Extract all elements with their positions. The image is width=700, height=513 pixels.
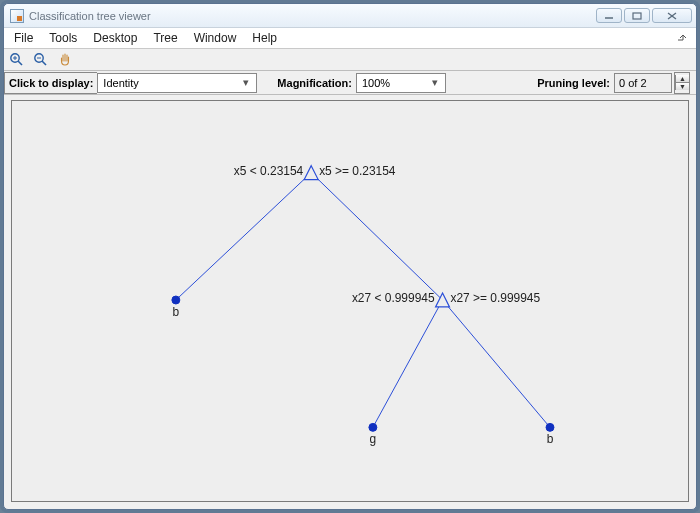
magnification-select[interactable]: 100% ▾ (356, 73, 446, 93)
menubar: File Tools Desktop Tree Window Help (4, 28, 696, 49)
split-condition-right: x27 >= 0.999945 (450, 291, 540, 305)
maximize-button[interactable] (624, 8, 650, 23)
tree-edge (311, 173, 442, 300)
dock-arrow-icon[interactable] (678, 33, 688, 43)
controlbar: Click to display: Identity ▾ Magnificati… (4, 71, 696, 95)
pruning-spinner[interactable]: ▲ ▼ (675, 75, 689, 90)
tree-edge (176, 173, 311, 300)
zoom-out-button[interactable] (32, 51, 50, 69)
tree-edge (373, 300, 443, 427)
menu-tree[interactable]: Tree (145, 29, 185, 47)
display-value: Identity (103, 77, 138, 89)
close-button[interactable] (652, 8, 692, 23)
tree-edge (443, 300, 550, 427)
menu-tools[interactable]: Tools (41, 29, 85, 47)
menu-window[interactable]: Window (186, 29, 245, 47)
pruning-value: 0 of 2 (615, 77, 671, 89)
svg-line-9 (42, 61, 46, 65)
spinner-down-icon[interactable]: ▼ (676, 82, 689, 90)
split-condition-left: x5 < 0.23154 (234, 164, 304, 178)
pruning-label: Pruning level: (533, 77, 614, 89)
minimize-button[interactable] (596, 8, 622, 23)
matlab-icon (10, 9, 24, 23)
magnification-value: 100% (362, 77, 390, 89)
split-condition-left: x27 < 0.999945 (352, 291, 435, 305)
zoom-in-button[interactable] (8, 51, 26, 69)
chevron-down-icon: ▾ (428, 76, 442, 90)
leaf-node[interactable] (369, 423, 377, 431)
tree-plot: x5 < 0.23154x5 >= 0.23154bx27 < 0.999945… (12, 101, 688, 501)
tree-canvas[interactable]: x5 < 0.23154x5 >= 0.23154bx27 < 0.999945… (11, 100, 689, 502)
display-select[interactable]: Identity ▾ (97, 73, 257, 93)
leaf-node[interactable] (546, 423, 554, 431)
leaf-label: b (547, 432, 554, 446)
menu-desktop[interactable]: Desktop (85, 29, 145, 47)
chevron-down-icon: ▾ (239, 76, 253, 90)
split-node[interactable] (304, 166, 318, 180)
svg-rect-1 (633, 13, 641, 19)
app-window: Classification tree viewer File Tools De… (3, 3, 697, 510)
svg-line-5 (18, 61, 22, 65)
split-condition-right: x5 >= 0.23154 (319, 164, 396, 178)
titlebar[interactable]: Classification tree viewer (4, 4, 696, 28)
display-label: Click to display: (5, 77, 97, 89)
window-title: Classification tree viewer (29, 10, 594, 22)
menu-help[interactable]: Help (244, 29, 285, 47)
toolbar (4, 49, 696, 71)
magnification-label: Magnification: (273, 77, 356, 89)
leaf-label: b (173, 305, 180, 319)
menu-file[interactable]: File (6, 29, 41, 47)
pan-button[interactable] (56, 51, 74, 69)
leaf-node[interactable] (172, 296, 180, 304)
leaf-label: g (370, 432, 377, 446)
spinner-up-icon[interactable]: ▲ (676, 75, 689, 82)
